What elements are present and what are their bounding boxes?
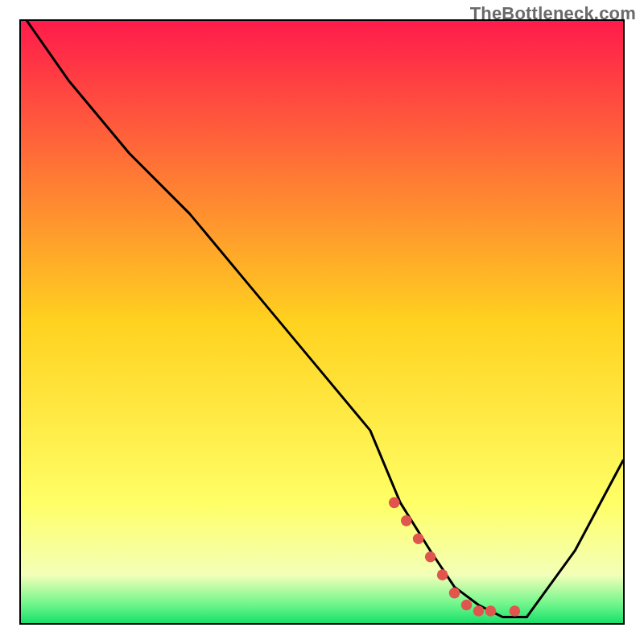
- chart-curves: [21, 21, 623, 623]
- marker-optimal-marker: [449, 588, 460, 599]
- marker-optimal-marker: [401, 515, 412, 526]
- plot-area: [19, 19, 625, 625]
- marker-optimal-marker: [461, 600, 473, 611]
- marker-optimal-marker: [389, 497, 400, 509]
- marker-optimal-marker: [437, 569, 448, 580]
- marker-optimal-marker: [425, 551, 436, 563]
- marker-optimal-marker: [485, 605, 497, 617]
- watermark-text: TheBottleneck.com: [470, 3, 636, 24]
- chart-container: TheBottleneck.com: [0, 0, 644, 644]
- marker-optimal-marker: [510, 605, 521, 617]
- series-bottleneck-curve: [27, 21, 623, 617]
- marker-optimal-marker: [413, 533, 424, 544]
- marker-optimal-marker: [473, 605, 485, 617]
